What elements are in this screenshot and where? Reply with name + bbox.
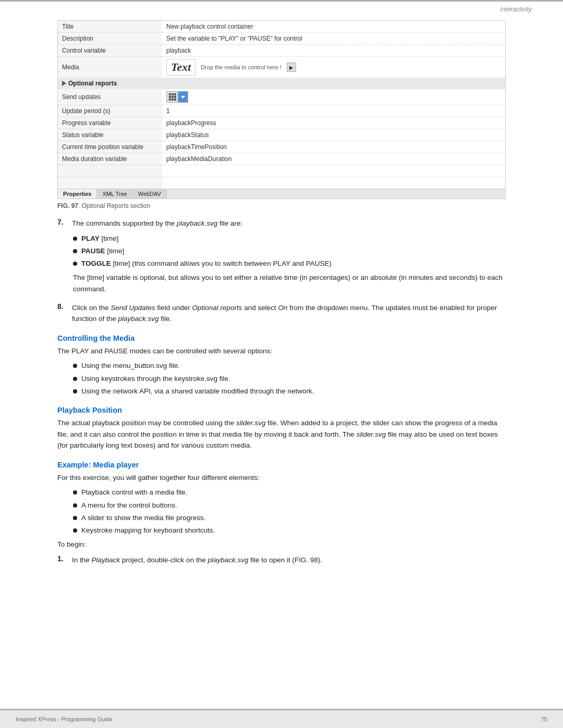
step7: 7. The commands supported by the playbac… xyxy=(57,218,506,295)
step8-italic2: Optional reports xyxy=(192,304,242,312)
table-row-empty2 xyxy=(58,177,505,189)
table-row-title: Title New playback control container xyxy=(58,21,505,33)
label-description: Description xyxy=(58,33,162,45)
fig-caption: FIG. 97 Optional Reports section xyxy=(57,202,506,209)
step1-number: 1. xyxy=(57,554,68,566)
step1-text: In the Playback project, double-click on… xyxy=(72,554,322,566)
page-header-title: Interactivity xyxy=(500,6,532,13)
step7-file-italic: playback.svg xyxy=(177,219,217,227)
step8: 8. Click on the Send Updates field under… xyxy=(57,302,506,325)
section-controlling-bullets: Using the menu_button.svg file. Using ke… xyxy=(73,361,506,397)
bullet-network-api: Using the network API, via a shared vari… xyxy=(73,386,506,397)
main-content: Title New playback control container Des… xyxy=(0,15,563,604)
bullet-pause: PAUSE [time] xyxy=(73,246,506,256)
fig-caption-text: Optional Reports section xyxy=(82,202,150,209)
bullet-pause-text: PAUSE [time] xyxy=(81,246,124,256)
step7-note: The [time] variable is optional, but all… xyxy=(73,272,506,294)
section-controlling-intro: The PLAY and PAUSE modes can be controll… xyxy=(57,346,506,357)
bullet-toggle: TOGGLE [time] (this command allows you t… xyxy=(73,258,506,269)
table-row-media: Media Text Drop the media to control her… xyxy=(58,57,505,78)
triangle-expand-icon xyxy=(62,81,66,86)
dropdown-icon-area xyxy=(167,92,178,102)
send-updates-dropdown[interactable] xyxy=(166,91,188,103)
bullet-menu-svg: Using the menu_button.svg file. xyxy=(73,361,506,371)
properties-table: Title New playback control container Des… xyxy=(58,21,505,78)
value-duration: playbackMediaDuration xyxy=(162,153,505,165)
table-row-status: Status variable playbackStatus xyxy=(58,129,505,141)
tab-webdav[interactable]: WebDAV xyxy=(133,189,167,199)
table-row-duration: Media duration variable playbackMediaDur… xyxy=(58,153,505,165)
send-updates-cell xyxy=(166,91,501,103)
section-example-bullets: Playback control with a media file. A me… xyxy=(73,487,506,536)
grid-cell xyxy=(172,93,174,95)
slider-svg-italic1: slider.svg xyxy=(236,419,266,427)
fig-number: FIG. 97 xyxy=(57,202,78,209)
value-title: New playback control container xyxy=(162,21,505,33)
label-media: Media xyxy=(58,57,162,78)
tab-xml-tree[interactable]: XML Tree xyxy=(97,189,132,199)
label-title: Title xyxy=(58,21,162,33)
label-progress: Progress variable xyxy=(58,117,162,129)
table-row-empty1 xyxy=(58,165,505,177)
media-icon-button[interactable]: ▶ xyxy=(287,63,296,72)
bullet-dot xyxy=(73,237,77,241)
tab-properties[interactable]: Properties xyxy=(58,189,97,199)
step8-text: Click on the Send Updates field under Op… xyxy=(72,302,506,325)
table-row-progress: Progress variable playbackProgress xyxy=(58,117,505,129)
bullet-menu-text: Using the menu_button.svg file. xyxy=(81,361,180,371)
bullet-playback-control: Playback control with a media file. xyxy=(73,487,506,498)
grid-cell xyxy=(174,93,176,95)
bullet-keystroke-svg: Using keystrokes through the keystroke.s… xyxy=(73,374,506,384)
bullet-dot xyxy=(73,503,77,508)
footer-left-text: Inspired XPress - Programming Guide xyxy=(16,716,113,722)
label-send-updates: Send updates xyxy=(58,89,162,105)
grid-cell xyxy=(169,96,171,98)
page-container: Interactivity Title New playback control… xyxy=(0,0,563,728)
step8-italic3: On xyxy=(278,304,288,312)
step1-row: 1. In the Playback project, double-click… xyxy=(57,554,506,566)
value-description: Set the variable to "PLAY" or "PAUSE" fo… xyxy=(162,33,505,45)
table-row-time-position: Current time position variable playbackT… xyxy=(58,141,505,153)
bullet-dot xyxy=(73,249,77,253)
section-example-intro: For this exercise, you will gather toget… xyxy=(57,472,506,484)
bullet-playback-control-text: Playback control with a media file. xyxy=(81,487,187,498)
step1-italic1: Playback xyxy=(92,556,120,564)
bullet-play: PLAY [time] xyxy=(73,233,506,244)
bullet-dot xyxy=(73,389,77,393)
step8-italic1: Send Updates xyxy=(111,304,155,312)
value-status: playbackStatus xyxy=(162,129,505,141)
grid-cell xyxy=(174,98,176,101)
bullet-menu-control: A menu for the control buttons. xyxy=(73,500,506,511)
media-text-placeholder: Text xyxy=(166,59,195,76)
label-update-period: Update period (s) xyxy=(58,105,162,117)
slider-svg-italic2: slider.svg xyxy=(357,430,386,438)
dropdown-arrow-icon xyxy=(181,96,185,98)
section-controlling-heading: Controlling the Media xyxy=(57,334,506,342)
step1-italic2: playback.svg xyxy=(207,556,248,564)
label-status: Status variable xyxy=(58,129,162,141)
value-time-position: playbackTimePosition xyxy=(162,141,505,153)
step7-number: 7. xyxy=(57,218,68,229)
step8-row: 8. Click on the Send Updates field under… xyxy=(57,302,506,325)
value-progress: playbackProgress xyxy=(162,117,505,129)
table-row-send-updates: Send updates xyxy=(58,89,505,105)
section-playback-para: The actual playback position may be cont… xyxy=(57,417,506,451)
bullet-keystroke-text: Using keystrokes through the keystroke.s… xyxy=(81,374,230,384)
bullet-dot xyxy=(73,364,77,368)
grid-cell xyxy=(172,96,174,98)
properties-tabs: Properties XML Tree WebDAV xyxy=(58,189,505,199)
bullet-dot xyxy=(73,377,77,381)
value-control: playback xyxy=(162,45,505,57)
bullet-toggle-text: TOGGLE [time] (this command allows you t… xyxy=(81,258,332,269)
to-begin-text: To begin: xyxy=(57,539,506,550)
bullet-slider: A slider to show the media file progress… xyxy=(73,513,506,523)
label-empty xyxy=(58,165,162,177)
label-empty2 xyxy=(58,177,162,189)
value-media: Text Drop the media to control here ! ▶ xyxy=(162,57,505,78)
value-send-updates xyxy=(162,89,505,105)
bullet-dot xyxy=(73,262,77,266)
media-icon-symbol: ▶ xyxy=(289,65,293,70)
label-duration: Media duration variable xyxy=(58,153,162,165)
table-row-description: Description Set the variable to "PLAY" o… xyxy=(58,33,505,45)
value-empty2 xyxy=(162,177,505,189)
